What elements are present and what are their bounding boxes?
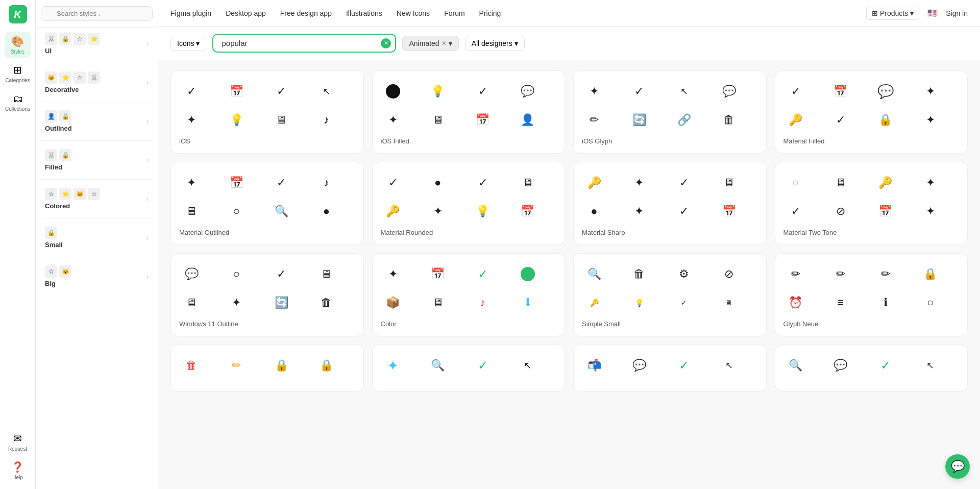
sidebar-item-styles[interactable]: 🎨 Styles [5, 32, 31, 58]
ios-icon-display[interactable]: 🖥 [269, 108, 293, 132]
nav-forum[interactable]: Forum [444, 9, 464, 17]
b2-icon-cursor[interactable]: ↖ [516, 353, 540, 378]
gn-icon-pencil[interactable]: ✏ [783, 262, 808, 286]
sidebar-item-collections[interactable]: 🗂 Collections [5, 89, 31, 115]
app-logo[interactable]: K [9, 5, 27, 23]
nav-new-icons[interactable]: New Icons [397, 9, 430, 17]
mo-icon-dot[interactable]: ● [314, 199, 338, 224]
mo-icon-music[interactable]: ♪ [314, 170, 338, 195]
w11-icon-bubble[interactable]: 💬 [179, 262, 204, 286]
chat-bubble-button[interactable]: 💬 [945, 454, 970, 479]
mtt-icon-sun[interactable]: ✦ [918, 170, 943, 195]
b4-icon-check[interactable]: ✓ [873, 353, 898, 378]
sign-in-button[interactable]: Sign in [946, 9, 968, 17]
ios-icon-sun[interactable]: ✦ [179, 108, 204, 132]
b4-icon-bubble[interactable]: 💬 [828, 353, 853, 378]
mf-icon-sun2[interactable]: ✦ [918, 108, 943, 132]
b1-icon-lock1[interactable]: 🔒 [269, 353, 293, 378]
sidebar-item-help[interactable]: ❓ Help [5, 457, 31, 484]
ms-icon-check2[interactable]: ✓ [672, 199, 696, 224]
mf-icon-calendar[interactable]: 📅 [828, 79, 853, 104]
b3-icon-bubble[interactable]: 💬 [627, 353, 651, 378]
products-button[interactable]: ⊞ Products ▾ [866, 7, 919, 20]
b1-icon-pen[interactable]: ✏ [224, 353, 249, 378]
mr-icon-display[interactable]: 🖥 [516, 170, 540, 195]
mr-icon-cal[interactable]: 📅 [516, 199, 540, 224]
mr-icon-check[interactable]: ✓ [381, 170, 405, 195]
gn-icon-lock[interactable]: 🔒 [918, 262, 943, 286]
mf-icon-lock[interactable]: 🔒 [873, 108, 898, 132]
gn-icon-circle[interactable]: ○ [918, 290, 943, 315]
b4-icon-cursor[interactable]: ↖ [918, 353, 943, 378]
style-category-small[interactable]: 🔒 Small › [39, 223, 155, 253]
ms-icon-check[interactable]: ✓ [672, 170, 696, 195]
iosf-icon-sun[interactable]: ✦ [381, 108, 405, 132]
mr-icon-check2[interactable]: ✓ [471, 170, 495, 195]
mr-icon-sun[interactable]: ✦ [426, 199, 450, 224]
iosg-icon-pen[interactable]: ✏ [582, 108, 606, 132]
col-icon-dot[interactable] [516, 262, 540, 286]
search-clear-button[interactable]: ✕ [381, 38, 391, 48]
col-icon-music[interactable]: ♪ [471, 290, 495, 315]
style-category-colored[interactable]: ☆ ⭐ 🐱 ☆ Colored › [39, 184, 155, 214]
iosg-icon-cursor[interactable]: ↖ [672, 79, 696, 104]
gn-icon-pencil2[interactable]: ✏ [828, 262, 853, 286]
ios-icon-calendar[interactable]: 📅 [224, 79, 249, 104]
col-icon-sun[interactable]: ✦ [381, 262, 405, 286]
mo-icon-cal[interactable]: 📅 [224, 170, 249, 195]
style-category-big[interactable]: ☆ 🐱 Big › [39, 261, 155, 291]
mf-icon-check2[interactable]: ✓ [828, 108, 853, 132]
designers-filter-button[interactable]: All designers ▾ [465, 36, 525, 51]
w11-icon-sun[interactable]: ✦ [224, 290, 249, 315]
ss-icon-trash[interactable]: 🗑 [627, 262, 651, 286]
mf-icon-key[interactable]: 🔑 [783, 108, 808, 132]
mtt-icon-sun2[interactable]: ✦ [918, 199, 943, 224]
iosf-icon-bulb[interactable]: 💡 [426, 79, 450, 104]
style-category-decorative[interactable]: 🐱 ⭐ ☆ 🐰 Decorative › [39, 67, 155, 97]
ss-icon-search[interactable]: 🔍 [582, 262, 606, 286]
nav-figma-plugin[interactable]: Figma plugin [170, 9, 211, 17]
styles-search-input[interactable] [41, 6, 153, 21]
ios-icon-cursor[interactable]: ↖ [314, 79, 338, 104]
mtt-icon-key[interactable]: 🔑 [873, 170, 898, 195]
sidebar-item-request[interactable]: ✉ Request [5, 429, 31, 455]
ss-icon-key[interactable]: 🔑 [582, 290, 606, 315]
mtt-icon-slash[interactable]: ⊘ [828, 199, 853, 224]
ms-icon-sun2[interactable]: ✦ [627, 199, 651, 224]
gn-icon-pencil3[interactable]: ✏ [873, 262, 898, 286]
iosf-icon-cal[interactable]: 📅 [471, 108, 495, 132]
main-search-input[interactable] [212, 34, 396, 53]
ms-icon-key[interactable]: 🔑 [582, 170, 606, 195]
gn-icon-clock[interactable]: ⏰ [783, 290, 808, 315]
ss-icon-check[interactable]: ✓ [672, 290, 696, 315]
mtt-icon-check[interactable]: ✓ [783, 199, 808, 224]
mtt-icon-cal[interactable]: 📅 [873, 199, 898, 224]
b1-icon-trash[interactable]: 🗑 [179, 353, 204, 378]
ms-icon-display[interactable]: 🖥 [717, 170, 741, 195]
w11-icon-trash[interactable]: 🗑 [314, 290, 338, 315]
b2-icon-sun[interactable]: ✦ [381, 353, 405, 378]
mo-icon-sun[interactable]: ✦ [179, 170, 204, 195]
style-category-outlined[interactable]: 👤 🔒 Outlined › [39, 106, 155, 136]
b3-icon-cursor[interactable]: ↖ [717, 353, 741, 378]
b2-icon-search[interactable]: 🔍 [426, 353, 450, 378]
iosf-icon-display[interactable]: 🖥 [426, 108, 450, 132]
gn-icon-menu[interactable]: ≡ [828, 290, 853, 315]
animated-filter-button[interactable]: Animated ✕ ▾ [402, 36, 458, 51]
col-icon-box[interactable]: 📦 [381, 290, 405, 315]
mr-icon-dot[interactable]: ● [426, 170, 450, 195]
b4-icon-search[interactable]: 🔍 [783, 353, 808, 378]
mf-icon-sun[interactable]: ✦ [918, 79, 943, 104]
iosf-icon-bubble[interactable]: 💬 [516, 79, 540, 104]
b2-icon-check[interactable]: ✓ [471, 353, 495, 378]
ios-icon-lightbulb[interactable]: 💡 [224, 108, 249, 132]
iosg-icon-sun[interactable]: ✦ [582, 79, 606, 104]
ss-icon-gear[interactable]: ⚙ [672, 262, 696, 286]
w11-icon-refresh[interactable]: 🔄 [269, 290, 293, 315]
style-category-filled[interactable]: 🐰 🔒 Filled › [39, 145, 155, 175]
ss-icon-bulb[interactable]: 💡 [627, 290, 651, 315]
iosf-icon-person[interactable]: 👤 [516, 108, 540, 132]
iosg-icon-check[interactable]: ✓ [627, 79, 651, 104]
ms-icon-cal[interactable]: 📅 [717, 199, 741, 224]
mo-icon-circle[interactable]: ○ [224, 199, 249, 224]
